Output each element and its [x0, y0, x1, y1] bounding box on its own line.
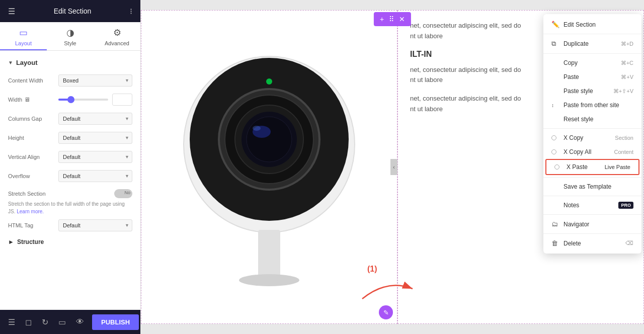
- undo-icon[interactable]: ↻: [40, 315, 50, 329]
- stretch-toggle-slider: [114, 189, 132, 198]
- overflow-label: Overflow: [8, 173, 58, 179]
- content-width-select[interactable]: Boxed Full Width: [58, 74, 132, 87]
- width-label: Width 🖥: [8, 96, 58, 103]
- layers-icon[interactable]: ☰: [6, 315, 17, 329]
- menu-navigator-label: Navigator: [564, 221, 589, 228]
- svg-point-8: [253, 126, 261, 131]
- vertical-align-select[interactable]: Default: [58, 151, 132, 163]
- menu-x-copy-left: X Copy: [551, 134, 583, 141]
- menu-x-copy-all[interactable]: X Copy All Content: [543, 145, 641, 159]
- menu-notes-label: Notes: [564, 202, 579, 209]
- edit-element-button[interactable]: ✎: [379, 305, 393, 319]
- publish-button[interactable]: PUBLISH: [92, 314, 139, 330]
- html-tag-control: Default ▼: [58, 219, 132, 231]
- stretch-description: Stretch the section to the full width of…: [8, 200, 132, 215]
- tab-style[interactable]: ◑ Style: [47, 22, 94, 50]
- menu-edit-left: ✏️ Edit Section: [551, 21, 596, 28]
- structure-chevron-icon: ►: [8, 238, 14, 245]
- x-copy-all-content-label: Content: [614, 149, 633, 155]
- menu-reset-style[interactable]: Reset style: [543, 112, 641, 126]
- menu-notes[interactable]: Notes PRO: [543, 198, 641, 212]
- radio-dot-xcopy: [551, 135, 556, 140]
- menu-x-paste[interactable]: X Paste Live Paste: [545, 159, 639, 175]
- stack-icon[interactable]: ◻: [23, 315, 34, 329]
- menu-save-template-left: Save as Template: [551, 183, 611, 190]
- menu-x-copy[interactable]: X Copy Section: [543, 131, 641, 145]
- tab-layout-label: Layout: [15, 40, 32, 46]
- width-slider-track[interactable]: [58, 99, 108, 101]
- duplicate-shortcut: ⌘+D: [621, 41, 633, 47]
- html-tag-row: HTML Tag Default ▼: [8, 219, 132, 231]
- close-section-button[interactable]: ✕: [397, 14, 407, 24]
- annotation-label: (1): [367, 265, 377, 274]
- menu-copy-label: Copy: [564, 59, 578, 66]
- height-row: Height Default ▼: [8, 132, 132, 144]
- content-width-select-wrapper: Boxed Full Width ▼: [58, 74, 132, 87]
- menu-navigator[interactable]: 🗂 Navigator: [543, 217, 641, 231]
- width-row: Width 🖥: [8, 94, 132, 106]
- monitor-icon: 🖥: [24, 96, 30, 103]
- layout-section-header[interactable]: ▼ Layout: [8, 59, 132, 66]
- collapse-panel-button[interactable]: ‹: [390, 159, 397, 175]
- columns-gap-control: Default ▼: [58, 113, 132, 125]
- columns-gap-select[interactable]: Default: [58, 113, 132, 125]
- tab-advanced[interactable]: ⚙ Advanced: [94, 22, 140, 50]
- menu-divider-3: [543, 128, 641, 129]
- menu-paste-left: Paste: [551, 73, 579, 80]
- menu-delete-left: 🗑 Delete: [551, 239, 581, 247]
- content-width-row: Content Width Boxed Full Width ▼: [8, 74, 132, 87]
- html-tag-select[interactable]: Default: [58, 219, 132, 231]
- top-bar-title: Edit Section: [54, 7, 92, 15]
- menu-x-copy-all-label: X Copy All: [564, 148, 591, 155]
- stretch-toggle[interactable]: No: [114, 189, 132, 198]
- menu-paste-style[interactable]: Paste style ⌘+⇧+V: [543, 84, 641, 98]
- menu-x-copy-all-left: X Copy All: [551, 148, 591, 155]
- panel-content: ▼ Layout Content Width Boxed Full Width …: [0, 51, 140, 310]
- svg-rect-10: [258, 230, 280, 280]
- menu-paste-other-label: Paste from other site: [564, 102, 619, 109]
- drag-handle-button[interactable]: ⠿: [387, 14, 396, 24]
- copy-shortcut: ⌘+C: [621, 60, 633, 66]
- eye-icon[interactable]: 👁: [74, 315, 86, 328]
- width-input[interactable]: [112, 94, 132, 106]
- structure-label: Structure: [17, 238, 44, 245]
- copy-icon[interactable]: ▭: [56, 315, 68, 329]
- menu-divider-4: [543, 177, 641, 178]
- menu-save-template[interactable]: Save as Template: [543, 180, 641, 194]
- annotation-arrow: [357, 274, 418, 304]
- overflow-select[interactable]: Default: [58, 170, 132, 182]
- live-paste-label: Live Paste: [605, 164, 630, 170]
- menu-delete[interactable]: 🗑 Delete ⌫: [543, 236, 641, 251]
- menu-paste[interactable]: Paste ⌘+V: [543, 70, 641, 84]
- hamburger-icon[interactable]: ☰: [8, 7, 15, 16]
- camera-svg: [174, 34, 365, 300]
- menu-copy[interactable]: Copy ⌘+C: [543, 56, 641, 70]
- menu-divider-7: [543, 233, 641, 234]
- columns-gap-label: Columns Gap: [8, 116, 58, 122]
- height-select[interactable]: Default: [58, 132, 132, 144]
- paste-shortcut: ⌘+V: [621, 74, 633, 80]
- canvas-wrapper: + ⠿ ✕: [141, 0, 644, 334]
- menu-copy-left: Copy: [551, 59, 578, 66]
- tab-layout[interactable]: ▭ Layout: [0, 22, 47, 50]
- menu-edit-section[interactable]: ✏️ Edit Section: [543, 17, 641, 32]
- section-toolbar: + ⠿ ✕: [374, 12, 411, 26]
- width-slider-thumb[interactable]: [67, 96, 74, 103]
- menu-paste-other[interactable]: ↕ Paste from other site: [543, 98, 641, 112]
- add-element-button[interactable]: +: [378, 14, 386, 24]
- structure-section-header[interactable]: ► Structure: [8, 238, 132, 245]
- width-slider-fill: [58, 99, 68, 101]
- menu-duplicate[interactable]: ⧉ Duplicate ⌘+D: [543, 36, 641, 51]
- radio-dot-xpaste: [554, 164, 559, 170]
- menu-x-paste-label: X Paste: [567, 163, 588, 171]
- menu-reset-style-label: Reset style: [564, 116, 593, 123]
- radio-dot-xcopyall: [551, 149, 556, 154]
- stretch-label-row: Stretch Section No: [8, 189, 132, 198]
- columns-gap-row: Columns Gap Default ▼: [8, 113, 132, 125]
- pencil-icon: ✏️: [551, 21, 559, 28]
- svg-point-6: [247, 117, 292, 162]
- grid-icon[interactable]: ⁝: [130, 7, 132, 16]
- learn-more-link[interactable]: Learn more.: [17, 209, 44, 214]
- menu-divider-6: [543, 214, 641, 215]
- menu-paste-style-left: Paste style: [551, 88, 593, 95]
